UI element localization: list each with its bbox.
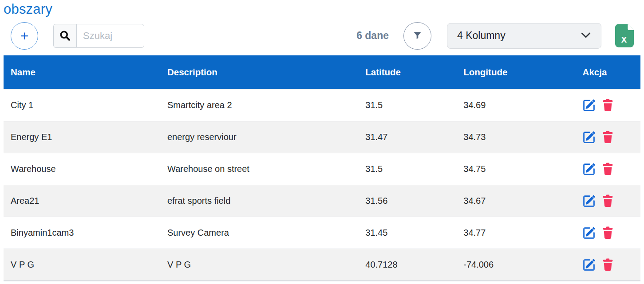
excel-file-icon: x	[615, 42, 634, 49]
delete-button[interactable]	[602, 226, 613, 239]
columns-dropdown[interactable]: 4 Kolumny	[447, 23, 601, 49]
edit-button[interactable]	[583, 259, 595, 271]
delete-button[interactable]	[602, 99, 613, 112]
column-header-longitude: Longitude	[456, 67, 575, 78]
delete-button[interactable]	[602, 195, 613, 207]
edit-pencil-square-icon	[583, 138, 595, 144]
cell-latitude: 31.45	[358, 228, 456, 238]
cell-name: Area21	[4, 196, 160, 206]
cell-name: Warehouse	[4, 164, 160, 174]
trash-icon	[602, 138, 613, 144]
column-header-name: Name	[4, 67, 160, 78]
cell-longitude: 34.77	[456, 228, 575, 238]
table-row: Area21 efrat sports field 31.56 34.67	[4, 185, 640, 217]
cell-actions	[576, 163, 640, 175]
page-title: obszary	[4, 1, 644, 17]
edit-pencil-square-icon	[583, 106, 595, 112]
cell-longitude: 34.75	[456, 164, 575, 174]
search-group	[53, 24, 144, 48]
table-row: City 1 Smartcity area 2 31.5 34.69	[4, 89, 640, 121]
filter-button[interactable]	[403, 22, 431, 50]
cell-name: City 1	[4, 100, 160, 110]
table-row: V P G V P G 40.7128 -74.006	[4, 249, 640, 280]
trash-icon	[602, 170, 613, 175]
delete-button[interactable]	[602, 131, 613, 144]
search-icon	[53, 24, 76, 48]
cell-actions	[576, 258, 640, 271]
cell-name: Energy E1	[4, 132, 160, 142]
table-row: Energy E1 energy reserviour 31.47 34.73	[4, 121, 640, 153]
edit-button[interactable]	[583, 227, 595, 239]
delete-button[interactable]	[602, 258, 613, 271]
cell-description: Smartcity area 2	[160, 100, 358, 110]
cell-actions	[576, 131, 640, 144]
column-header-latitude: Latitude	[358, 67, 456, 78]
row-count-label: 6 dane	[356, 30, 389, 42]
plus-icon: +	[20, 29, 29, 43]
cell-latitude: 31.5	[358, 100, 456, 110]
add-button[interactable]: +	[11, 22, 38, 50]
edit-pencil-square-icon	[583, 202, 595, 208]
cell-name: Binyamin1cam3	[4, 228, 160, 238]
trash-icon	[602, 234, 613, 239]
cell-actions	[576, 195, 640, 207]
edit-button[interactable]	[583, 163, 595, 175]
excel-export-button[interactable]: x	[615, 24, 634, 47]
cell-description: efrat sports field	[160, 196, 358, 206]
cell-actions	[576, 226, 640, 239]
columns-dropdown-value: 4 Kolumny	[457, 30, 506, 42]
cell-longitude: -74.006	[456, 260, 575, 270]
trash-icon	[602, 106, 613, 112]
cell-longitude: 34.69	[456, 100, 575, 110]
cell-longitude: 34.67	[456, 196, 575, 206]
edit-button[interactable]	[583, 195, 595, 207]
search-input[interactable]	[76, 24, 144, 48]
cell-description: energy reserviour	[160, 132, 358, 142]
cell-actions	[576, 99, 640, 112]
chevron-down-icon	[580, 29, 592, 43]
table-body: City 1 Smartcity area 2 31.5 34.69	[4, 89, 640, 280]
cell-latitude: 40.7128	[358, 260, 456, 270]
trash-icon	[602, 202, 613, 207]
cell-longitude: 34.73	[456, 132, 575, 142]
trash-icon	[602, 266, 613, 271]
cell-description: V P G	[160, 260, 358, 270]
column-header-akcja: Akcja	[576, 67, 640, 78]
cell-latitude: 31.5	[358, 164, 456, 174]
edit-button[interactable]	[583, 99, 595, 112]
funnel-icon	[412, 30, 423, 42]
svg-text:x: x	[621, 33, 627, 45]
table-row: Binyamin1cam3 Survey Camera 31.45 34.77	[4, 217, 640, 249]
cell-latitude: 31.56	[358, 196, 456, 206]
cell-description: Warehouse on street	[160, 164, 358, 174]
cell-description: Survey Camera	[160, 228, 358, 238]
cell-name: V P G	[4, 260, 160, 270]
delete-button[interactable]	[602, 163, 613, 175]
edit-pencil-square-icon	[583, 170, 595, 176]
edit-button[interactable]	[583, 131, 595, 144]
edit-pencil-square-icon	[583, 266, 595, 272]
cell-latitude: 31.47	[358, 132, 456, 142]
toolbar-right: 6 dane 4 Kolumny x	[356, 22, 634, 50]
areas-table: Name Description Latitude Longitude Akcj…	[4, 55, 640, 281]
table-header: Name Description Latitude Longitude Akcj…	[4, 55, 640, 89]
table-row: Warehouse Warehouse on street 31.5 34.75	[4, 153, 640, 185]
column-header-description: Description	[160, 67, 358, 78]
edit-pencil-square-icon	[583, 234, 595, 240]
toolbar: + 6 dane 4 Kolumny	[11, 22, 634, 50]
